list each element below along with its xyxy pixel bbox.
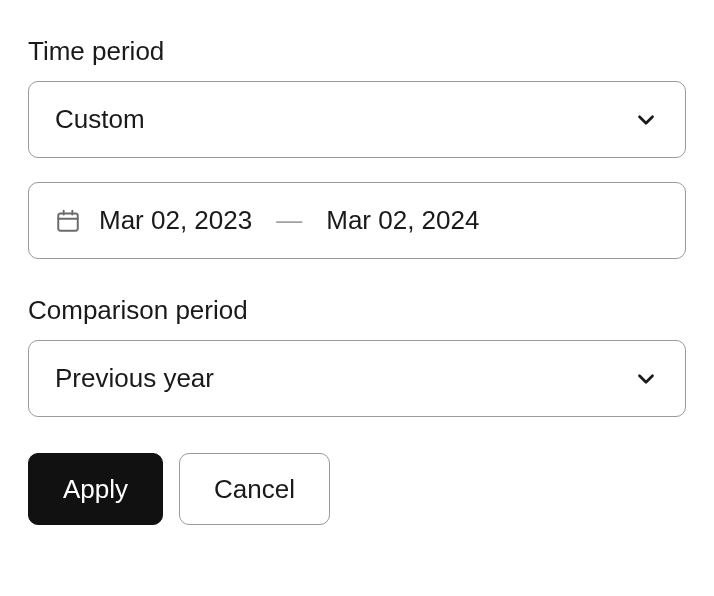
comparison-period-group: Comparison period Previous year [28,295,686,417]
comparison-period-select[interactable]: Previous year [28,340,686,417]
time-period-select-value: Custom [55,104,633,135]
date-end: Mar 02, 2024 [326,205,479,236]
date-range-picker[interactable]: Mar 02, 2023 — Mar 02, 2024 [28,182,686,259]
svg-rect-0 [58,213,78,230]
time-period-label: Time period [28,36,686,67]
calendar-icon [55,208,81,234]
cancel-button[interactable]: Cancel [179,453,330,525]
date-separator: — [276,205,302,236]
time-period-group: Time period Custom Mar 02, 2023 — Mar 02… [28,36,686,259]
time-period-select[interactable]: Custom [28,81,686,158]
chevron-down-icon [633,107,659,133]
comparison-period-select-value: Previous year [55,363,633,394]
apply-button[interactable]: Apply [28,453,163,525]
button-row: Apply Cancel [28,453,686,525]
chevron-down-icon [633,366,659,392]
date-start: Mar 02, 2023 [99,205,252,236]
comparison-period-label: Comparison period [28,295,686,326]
